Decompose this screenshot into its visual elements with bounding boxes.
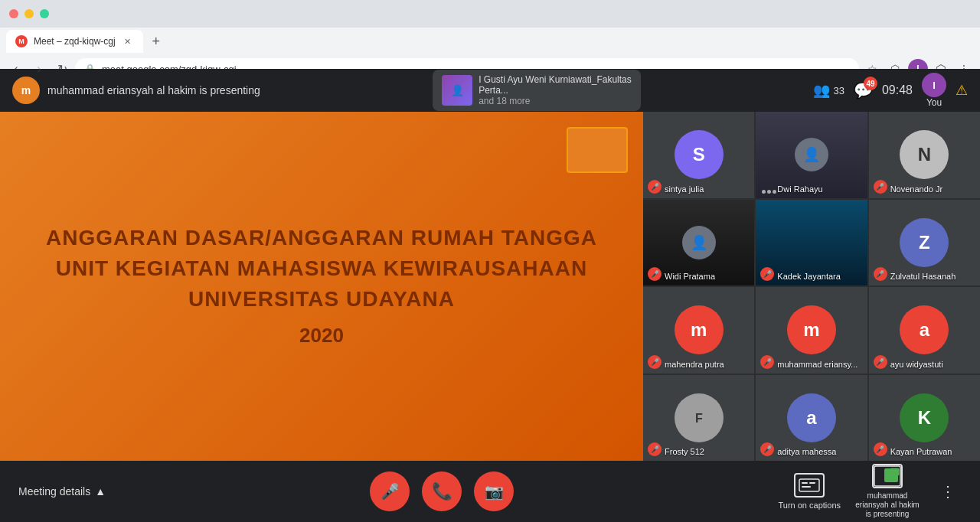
hangup-icon: 📞 [432,481,452,501]
mute-icon: 🎤 [874,355,887,369]
participant-thumb-avatar: 👤 [442,75,472,106]
mute-icon: 🎤 [648,267,662,281]
participants-count: 33 [833,85,844,96]
participant-name: Zulvatul Hasanah [890,272,956,281]
svg-rect-5 [802,486,811,488]
mute-button[interactable]: 🎤 [370,471,410,511]
meet-app: m muhammad eriansyah al hakim is present… [0,69,980,522]
user-section: I You [922,73,946,108]
cell-inner: m 🎤 mahendra putra [643,287,754,374]
mute-icon: 🎤 [760,442,774,456]
participant-avatar: K [900,393,949,442]
meet-main: ANGGARAN DASAR/ANGGARAN RUMAH TANGGA UNI… [0,112,980,461]
svg-rect-3 [802,482,808,484]
header-center: 👤 I Gusti Ayu Weni Kurniawati_Fakultas P… [260,70,814,111]
dots-indicator [762,190,776,194]
tab-favicon: M [15,35,28,47]
participant-avatar: m [787,305,836,354]
mute-icon: 🎤 [648,355,662,369]
more-button[interactable]: ⋮ [934,478,962,505]
you-label: You [926,97,942,108]
mute-icon: 🎤 [874,267,887,281]
slide-line2: UNIT KEGIATAN MAHASISWA KEWIRAUSAHAAN [46,256,597,281]
slide-content: ANGGARAN DASAR/ANGGARAN RUMAH TANGGA UNI… [15,195,628,378]
cell-inner: K 🎤 Kayan Putrawan [869,375,980,462]
participant-cell: 👤 Dwi Rahayu [756,112,867,198]
presentation-area: ANGGARAN DASAR/ANGGARAN RUMAH TANGGA UNI… [0,112,643,461]
participant-avatar: S [675,130,724,179]
footer-controls: 🎤 📞 📷 [370,471,514,511]
end-call-button[interactable]: 📞 [422,471,462,511]
user-avatar[interactable]: I [922,73,946,97]
cell-inner: F 🎤 Frosty 512 [643,375,754,462]
participant-cell: a 🎤 aditya mahessa [756,375,867,462]
maximize-button[interactable] [40,9,49,18]
participant-thumb: 👤 [442,75,472,106]
participant-name: Novenando Jr [890,184,943,194]
cell-inner: a 🎤 ayu widyastuti [869,287,980,374]
cell-inner: 👤 Dwi Rahayu [756,112,867,198]
participant-name: Kadek Jayantara [777,272,841,281]
active-tab[interactable]: M Meet – zqd-kiqw-cgj ✕ [6,30,143,53]
header-right: 👥 33 💬 49 09:48 I You ⚠ [813,73,968,108]
meet-footer: Meeting details ▲ 🎤 📞 📷 [0,461,980,522]
meeting-details-label: Meeting details [18,485,90,498]
title-bar [0,0,980,28]
window-controls [6,9,52,18]
participant-name-more: and 18 more [479,96,632,106]
cell-inner: S 🎤 sintya julia [643,112,754,198]
meeting-details-button[interactable]: Meeting details ▲ [18,485,106,498]
svg-rect-2 [799,479,819,491]
participant-name: Widi Pratama [665,272,715,281]
participant-cell: m 🎤 muhammad eriansy... [756,287,867,374]
participant-avatar: a [787,393,836,442]
participants-grid: S 🎤 sintya julia 👤 Dwi Rahayu [643,112,980,461]
presenter-screen-icon: ↑ [872,464,903,488]
participant-preview[interactable]: 👤 I Gusti Ayu Weni Kurniawati_Fakultas P… [433,70,641,111]
participant-cell: 👤 🎤 Widi Pratama [643,200,754,286]
presenter-info: m muhammad eriansyah al hakim is present… [12,77,260,104]
cell-inner: Z 🎤 Zulvatul Hasanah [869,200,980,286]
time-display: 09:48 [882,83,913,97]
participant-name-main: I Gusti Ayu Weni Kurniawati_Fakultas Per… [479,74,632,96]
mic-off-icon: 🎤 [381,482,400,501]
tab-close-button[interactable]: ✕ [122,35,134,47]
chat-button[interactable]: 💬 49 [854,81,873,100]
participant-avatar: m [675,305,724,354]
chat-badge: 49 [864,77,877,90]
participants-button[interactable]: 👥 33 [813,82,844,99]
participant-cell: m 🎤 mahendra putra [643,287,754,374]
mute-icon: 🎤 [874,442,887,456]
mute-icon: 🎤 [648,180,662,194]
chevron-up-icon: ▲ [95,485,106,498]
svg-rect-6 [874,466,900,486]
captions-icon [794,473,825,498]
participant-name: aditya mahessa [777,447,836,456]
participant-name: muhammad eriansy... [777,360,858,369]
captions-button[interactable]: Turn on captions [778,473,841,510]
participant-cell: F 🎤 Frosty 512 [643,375,754,462]
video-off-button[interactable]: 📷 [474,471,514,511]
presenter-screen-button[interactable]: ↑ muhammad eriansyah al hakim is present… [853,464,922,519]
participant-names: I Gusti Ayu Weni Kurniawati_Fakultas Per… [479,74,632,106]
participant-cell: K 🎤 Kayan Putrawan [869,375,980,462]
slide-year: 2020 [46,324,597,347]
close-button[interactable] [9,9,18,18]
svg-text:↑: ↑ [893,469,896,475]
mute-icon: 🎤 [760,355,774,369]
participant-cell: a 🎤 ayu widyastuti [869,287,980,374]
minimize-button[interactable] [24,9,34,18]
presenter-screen-label: muhammad eriansyah al hakim is presentin… [853,491,922,519]
warning-icon: ⚠ [956,82,968,99]
tab-bar: M Meet – zqd-kiqw-cgj ✕ + [0,28,980,55]
forward-button[interactable]: › [29,59,49,79]
participant-avatar: N [900,130,949,179]
new-tab-button[interactable]: + [146,31,166,51]
mute-icon: 🎤 [874,180,887,194]
participant-avatar: F [675,393,724,442]
participant-cell: 🎤 Kadek Jayantara [756,200,867,286]
participant-cell: Z 🎤 Zulvatul Hasanah [869,200,980,286]
tab-title: Meet – zqd-kiqw-cgj [34,36,116,47]
participant-cell: N 🎤 Novenando Jr [869,112,980,198]
browser-chrome: M Meet – zqd-kiqw-cgj ✕ + ‹ › ↻ 🔒 meet.g… [0,0,980,69]
